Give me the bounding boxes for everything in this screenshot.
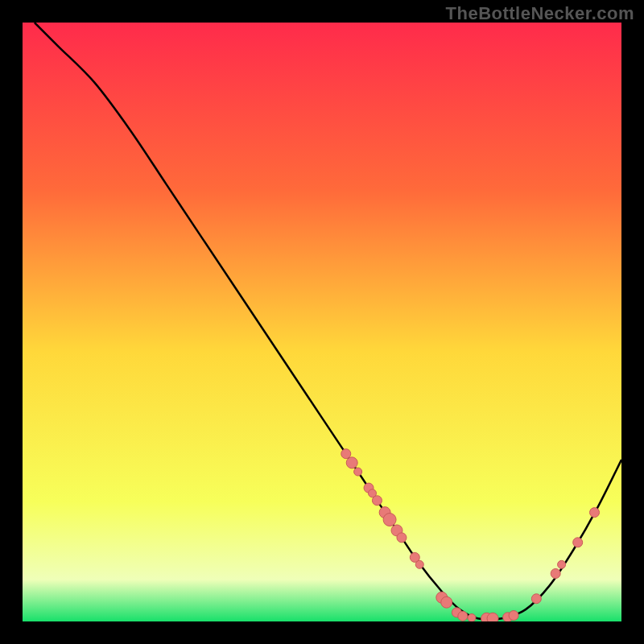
data-marker xyxy=(372,496,382,506)
plot-area xyxy=(23,23,621,621)
data-marker xyxy=(397,533,407,543)
data-marker xyxy=(383,514,396,526)
chart-container: TheBottleNecker.com xyxy=(0,0,644,644)
data-marker xyxy=(458,611,468,621)
data-marker xyxy=(354,468,362,476)
data-marker xyxy=(441,597,452,608)
data-marker xyxy=(509,611,518,621)
data-marker xyxy=(415,560,423,568)
data-marker xyxy=(341,449,351,459)
data-marker xyxy=(551,568,560,578)
chart-svg xyxy=(23,23,621,621)
gradient-background xyxy=(23,23,621,621)
data-marker xyxy=(573,538,583,547)
data-marker xyxy=(487,613,498,621)
data-marker xyxy=(468,614,476,621)
data-marker xyxy=(346,457,357,469)
data-marker xyxy=(590,508,600,518)
data-marker xyxy=(531,594,541,604)
watermark-text: TheBottleNecker.com xyxy=(446,3,634,24)
data-marker xyxy=(558,560,566,568)
